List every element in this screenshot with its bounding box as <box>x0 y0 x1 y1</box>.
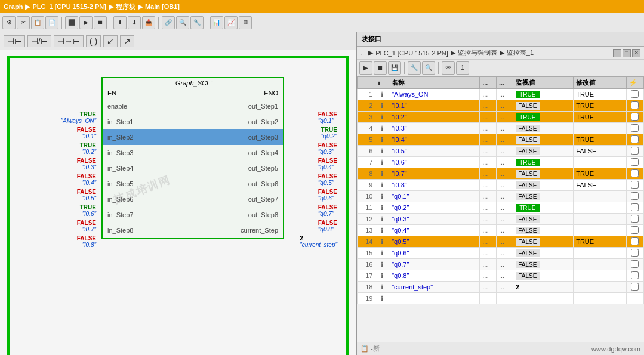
minimize-btn[interactable]: ─ <box>613 49 621 57</box>
row-modify-checkbox[interactable] <box>626 112 643 123</box>
modify-checkbox[interactable] <box>631 135 639 143</box>
table-row[interactable]: 3ℹ"i0.2"......TRUETRUE <box>358 112 644 123</box>
table-row[interactable]: 19ℹ <box>358 293 644 304</box>
modify-checkbox[interactable] <box>631 271 639 279</box>
toolbar-btn-10[interactable]: 📥 <box>142 16 155 29</box>
port-out-step6: out_Step6 <box>248 180 278 187</box>
table-row[interactable]: 8ℹ"i0.7"......FALSETRUE <box>358 168 644 180</box>
modify-checkbox[interactable] <box>631 249 639 257</box>
ladder-content[interactable]: "Graph_SCL" EN ENO enable out_Step1 in_S… <box>0 50 356 355</box>
modify-checkbox[interactable] <box>631 237 639 245</box>
modify-checkbox[interactable] <box>631 181 639 189</box>
row-modify-checkbox[interactable] <box>626 214 643 225</box>
table-row[interactable]: 16ℹ"q0.7"......FALSE <box>358 259 644 270</box>
row-modify-value: TRUE <box>574 100 627 112</box>
table-row[interactable]: 18ℹ"current_step"......2 <box>358 282 644 293</box>
table-row[interactable]: 14ℹ"q0.5"......FALSETRUE <box>358 236 644 248</box>
table-row[interactable]: 6ℹ"i0.5"......FALSEFALSE <box>358 146 644 157</box>
toolbar-btn-11[interactable]: 🔗 <box>162 16 175 29</box>
modify-checkbox[interactable] <box>631 169 639 177</box>
row-modify-checkbox[interactable] <box>626 248 643 259</box>
toolbar-btn-16[interactable]: 🖥 <box>239 16 252 29</box>
row-modify-checkbox[interactable] <box>626 157 643 168</box>
table-row[interactable]: 17ℹ"q0.8"......FALSE <box>358 270 644 282</box>
table-row[interactable]: 9ℹ"i0.8"......FALSEFALSE <box>358 180 644 191</box>
row-modify-checkbox[interactable] <box>626 282 643 293</box>
table-row[interactable]: 1ℹ"Always_ON"......TRUETRUE <box>358 89 644 100</box>
toolbar-btn-9[interactable]: ⬇ <box>128 16 141 29</box>
row-info-icon: ℹ <box>375 202 389 214</box>
row-modify-checkbox[interactable] <box>626 89 643 100</box>
toolbar-btn-7[interactable]: ⏹ <box>94 16 107 29</box>
table-row[interactable]: 13ℹ"q0.4"......FALSE <box>358 225 644 236</box>
modify-checkbox[interactable] <box>631 90 639 98</box>
monitor-toolbar: ▶ ⏹ 💾 🔧 🔍 👁 1 <box>357 60 644 76</box>
ladder-btn-branch-close[interactable]: ↗ <box>120 35 134 47</box>
table-row[interactable]: 7ℹ"i0.6"......TRUE <box>358 157 644 168</box>
monitor-btn-3[interactable]: 💾 <box>388 61 401 75</box>
row-modify-checkbox[interactable] <box>626 168 643 180</box>
ladder-btn-contact-no[interactable]: ⊣⊢ <box>4 35 25 47</box>
monitor-table-scroll[interactable]: i 名称 ... ... 监视值 修改值 ⚡ 1ℹ"Always_ON"....… <box>357 76 644 342</box>
table-row[interactable]: 12ℹ"q0.3"......FALSE <box>358 214 644 225</box>
table-row[interactable]: 15ℹ"q0.6"......FALSE <box>358 248 644 259</box>
toolbar-btn-14[interactable]: 📊 <box>210 16 223 29</box>
toolbar-btn-1[interactable]: ⚙ <box>2 16 16 29</box>
modify-checkbox[interactable] <box>631 215 639 223</box>
ladder-btn-coil[interactable]: ( ) <box>86 35 101 47</box>
row-name: "i0.7" <box>389 168 480 180</box>
in-i05-name: "i0.5" <box>82 195 96 202</box>
toolbar-btn-2[interactable]: ✂ <box>17 16 30 29</box>
modify-checkbox[interactable] <box>631 158 639 166</box>
modify-checkbox[interactable] <box>631 147 639 155</box>
monitor-btn-1[interactable]: ▶ <box>359 61 372 75</box>
row-modify-checkbox[interactable] <box>626 100 643 112</box>
toolbar-btn-5[interactable]: ⬛ <box>65 16 78 29</box>
monitor-btn-6[interactable]: 👁 <box>442 61 455 75</box>
row-num: 19 <box>358 293 375 304</box>
row-modify-checkbox[interactable] <box>626 123 643 134</box>
toolbar-btn-3[interactable]: 📋 <box>31 16 44 29</box>
port-out-step4: out_Step4 <box>248 149 278 156</box>
toolbar-btn-8[interactable]: ⬆ <box>113 16 127 29</box>
ladder-btn-branch-open[interactable]: ↙ <box>103 35 118 47</box>
modify-checkbox[interactable] <box>631 260 639 268</box>
table-row[interactable]: 4ℹ"i0.3"......FALSE <box>358 123 644 134</box>
modify-checkbox[interactable] <box>631 113 639 121</box>
ladder-btn-contact-nc[interactable]: ⊣/⊢ <box>27 35 51 47</box>
row-modify-checkbox[interactable] <box>626 236 643 248</box>
row-modify-checkbox[interactable] <box>626 134 643 146</box>
table-row[interactable]: 10ℹ"q0.1"......FALSE <box>358 191 644 202</box>
modify-checkbox[interactable] <box>631 192 639 200</box>
toolbar-btn-4[interactable]: 📄 <box>45 16 58 29</box>
modify-checkbox[interactable] <box>631 203 639 211</box>
modify-checkbox[interactable] <box>631 101 639 109</box>
ladder-btn-contact-p[interactable]: ⊣→⊢ <box>54 35 84 47</box>
toolbar-btn-15[interactable]: 📈 <box>224 16 238 29</box>
modify-checkbox[interactable] <box>631 283 639 291</box>
close-btn[interactable]: ✕ <box>632 49 640 57</box>
modify-checkbox[interactable] <box>631 124 639 132</box>
row-num: 13 <box>358 225 375 236</box>
toolbar-btn-12[interactable]: 🔍 <box>176 16 189 29</box>
row-modify-checkbox[interactable] <box>626 191 643 202</box>
table-row[interactable]: 2ℹ"i0.1"......FALSETRUE <box>358 100 644 112</box>
row-modify-checkbox[interactable] <box>626 270 643 282</box>
monitor-btn-2[interactable]: ⏹ <box>374 61 387 75</box>
monitor-btn-5[interactable]: 🔍 <box>422 61 435 75</box>
monitor-btn-4[interactable]: 🔧 <box>408 61 421 75</box>
toolbar-btn-6[interactable]: ▶ <box>79 16 93 29</box>
toolbar-btn-13[interactable]: 🔧 <box>190 16 204 29</box>
table-row[interactable]: 5ℹ"i0.4"......FALSETRUE <box>358 134 644 146</box>
row-modify-checkbox[interactable] <box>626 293 643 304</box>
row-monitor-value: TRUE <box>513 202 573 214</box>
row-modify-checkbox[interactable] <box>626 225 643 236</box>
row-modify-checkbox[interactable] <box>626 202 643 214</box>
row-modify-checkbox[interactable] <box>626 180 643 191</box>
row-modify-checkbox[interactable] <box>626 146 643 157</box>
row-modify-checkbox[interactable] <box>626 259 643 270</box>
table-row[interactable]: 11ℹ"q0.2"......TRUE <box>358 202 644 214</box>
modify-checkbox[interactable] <box>631 226 639 234</box>
restore-btn[interactable]: □ <box>623 49 631 57</box>
monitor-btn-7[interactable]: 1 <box>456 61 469 75</box>
